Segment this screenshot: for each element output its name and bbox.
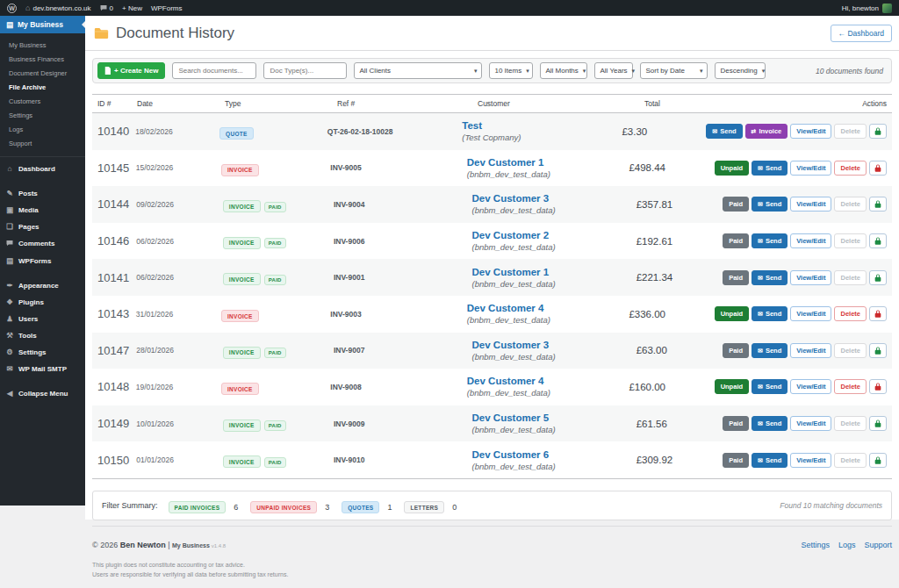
view-button[interactable]: View/Edit (790, 343, 831, 358)
sidebar-item-users[interactable]: ♟Users (0, 311, 85, 327)
column-header-type[interactable]: Type (225, 99, 337, 108)
lock-green-icon-button[interactable] (869, 416, 887, 431)
lock-green-icon-button[interactable] (869, 124, 887, 139)
footer-link-support[interactable]: Support (864, 541, 892, 549)
column-header-customer[interactable]: Customer (478, 99, 644, 108)
footer-link-settings[interactable]: Settings (801, 541, 830, 549)
sidebar-item-dashboard[interactable]: ⌂Dashboard (0, 161, 85, 177)
delete-button[interactable]: Delete (834, 306, 867, 321)
send-button[interactable]: ✉Send (752, 306, 788, 321)
column-header-actions[interactable]: Actions (732, 99, 887, 108)
doc-type-input[interactable] (263, 62, 347, 79)
sidebar-subitem-business-finances[interactable]: Business Finances (0, 52, 85, 66)
send-button[interactable]: ✉Send (752, 233, 788, 248)
send-button[interactable]: ✉Send (752, 416, 788, 431)
footer-link-logs[interactable]: Logs (838, 541, 856, 549)
sidebar-subitem-settings[interactable]: Settings (0, 108, 85, 122)
send-button[interactable]: ✉Send (752, 453, 788, 468)
lock-green-icon-button[interactable] (869, 343, 887, 358)
comments-counter[interactable]: 0 (100, 4, 113, 12)
invoice-button[interactable]: ⇄Invoice (745, 124, 788, 139)
paid-button[interactable]: Paid (723, 233, 749, 248)
customer-link[interactable]: Dev Customer 6 (472, 449, 636, 460)
sidebar-subitem-my-business[interactable]: My Business (0, 38, 85, 52)
send-button[interactable]: ✉Send (752, 197, 788, 212)
sort-order-select[interactable]: Descending ▾ (715, 62, 766, 79)
send-button[interactable]: ✉Send (752, 379, 788, 394)
paid-button[interactable]: Paid (723, 453, 749, 468)
create-new-button[interactable]: + Create New (97, 62, 165, 79)
paid-button[interactable]: Paid (723, 197, 749, 212)
customer-link[interactable]: Dev Customer 1 (467, 157, 629, 168)
view-button[interactable]: View/Edit (790, 161, 831, 176)
view-button[interactable]: View/Edit (790, 124, 831, 139)
customer-link[interactable]: Dev Customer 2 (472, 230, 636, 240)
lock-green-icon-button[interactable] (869, 270, 887, 285)
lock-green-icon-button[interactable] (869, 233, 887, 248)
view-button[interactable]: View/Edit (790, 416, 831, 431)
lock-red-icon-button[interactable] (869, 379, 887, 394)
send-button[interactable]: ✉Send (752, 270, 788, 285)
customer-link[interactable]: Dev Customer 5 (472, 412, 636, 423)
unpaid-button[interactable]: Unpaid (715, 161, 749, 176)
wordpress-logo-icon[interactable]: W (7, 4, 17, 13)
search-input[interactable] (172, 62, 256, 79)
send-button[interactable]: ✉Send (752, 343, 788, 358)
customer-link[interactable]: Dev Customer 3 (472, 340, 636, 350)
customer-link[interactable]: Dev Customer 4 (467, 376, 629, 386)
customer-link[interactable]: Test (462, 120, 622, 131)
dashboard-button[interactable]: ← Dashboard (831, 25, 892, 42)
sidebar-item-collapse-menu[interactable]: ◀Collapse Menu (0, 385, 85, 402)
items-per-page-select[interactable]: 10 Items ▾ (489, 62, 533, 79)
sidebar-item-my-business[interactable]: ▤ My Business (0, 16, 85, 33)
sidebar-subitem-file-archive[interactable]: File Archive (0, 80, 85, 94)
months-select[interactable]: All Months ▾ (540, 62, 587, 79)
view-button[interactable]: View/Edit (790, 453, 831, 468)
sidebar-item-comments[interactable]: Comments (0, 235, 85, 253)
view-button[interactable]: View/Edit (790, 270, 831, 285)
new-content-link[interactable]: + New (122, 4, 142, 12)
sidebar-item-settings[interactable]: ⚙Settings (0, 344, 85, 361)
lock-red-icon-button[interactable] (869, 306, 887, 321)
sidebar-item-wpforms[interactable]: ▤WPForms (0, 253, 85, 269)
delete-button[interactable]: Delete (834, 379, 867, 394)
unpaid-button[interactable]: Unpaid (715, 306, 749, 321)
lock-green-icon-button[interactable] (869, 453, 887, 468)
sidebar-item-pages[interactable]: ❏Pages (0, 219, 85, 235)
clients-select[interactable]: All Clients ▾ (354, 62, 482, 79)
sidebar-subitem-logs[interactable]: Logs (0, 122, 85, 136)
column-header-ref[interactable]: Ref # (337, 99, 478, 108)
site-name-link[interactable]: ⌂ dev.bnewton.co.uk (25, 4, 91, 12)
sidebar-item-wp-mail-smtp[interactable]: ✉WP Mail SMTP (0, 361, 85, 377)
paid-button[interactable]: Paid (723, 343, 749, 358)
column-header-total[interactable]: Total (644, 99, 732, 108)
view-button[interactable]: View/Edit (790, 197, 831, 212)
customer-link[interactable]: Dev Customer 4 (467, 303, 629, 313)
sidebar-item-tools[interactable]: ⚒Tools (0, 327, 85, 344)
view-button[interactable]: View/Edit (790, 379, 831, 394)
unpaid-button[interactable]: Unpaid (715, 379, 749, 394)
delete-button[interactable]: Delete (834, 161, 867, 176)
sort-by-select[interactable]: Sort by Date ▾ (640, 62, 708, 79)
sidebar-item-appearance[interactable]: ✒Appearance (0, 277, 85, 294)
customer-link[interactable]: Dev Customer 3 (472, 193, 636, 204)
view-button[interactable]: View/Edit (790, 233, 831, 248)
customer-link[interactable]: Dev Customer 1 (472, 267, 636, 277)
view-button[interactable]: View/Edit (790, 306, 831, 321)
years-select[interactable]: All Years ▾ (594, 62, 633, 79)
sidebar-subitem-document-designer[interactable]: Document Designer (0, 66, 85, 80)
wpforms-admin-link[interactable]: WPForms (151, 4, 183, 12)
paid-button[interactable]: Paid (723, 270, 749, 285)
column-header-date[interactable]: Date (137, 99, 225, 108)
paid-button[interactable]: Paid (723, 416, 749, 431)
lock-green-icon-button[interactable] (869, 197, 887, 212)
sidebar-item-media[interactable]: ▣Media (0, 202, 85, 219)
send-button[interactable]: ✉Send (706, 124, 742, 139)
send-button[interactable]: ✉Send (752, 161, 788, 176)
lock-red-icon-button[interactable] (869, 161, 887, 176)
sidebar-subitem-customers[interactable]: Customers (0, 94, 85, 108)
sidebar-item-plugins[interactable]: ❖Plugins (0, 294, 85, 311)
column-header-id[interactable]: ID # (97, 99, 137, 108)
account-menu[interactable]: Hi, bnewton (842, 4, 892, 13)
sidebar-subitem-support[interactable]: Support (0, 136, 85, 150)
